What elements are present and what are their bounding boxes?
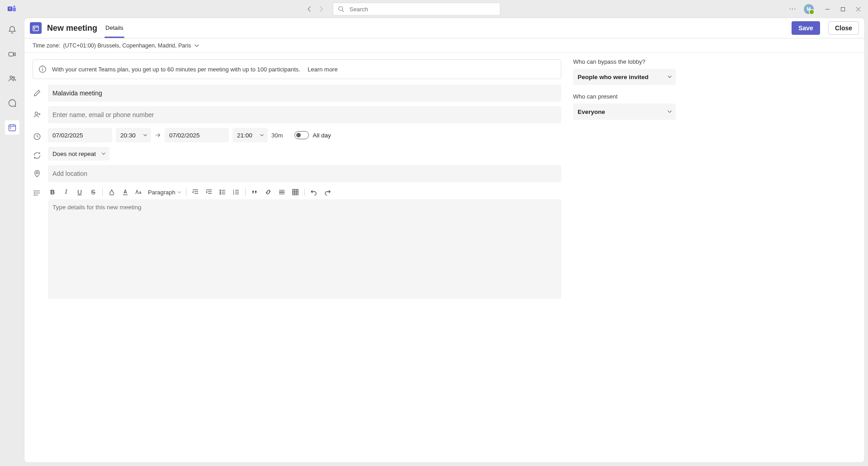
nav-back-icon[interactable] <box>307 6 312 12</box>
page-header: New meeting Details Save Close <box>24 18 864 38</box>
close-button[interactable]: Close <box>828 21 859 35</box>
quote-button[interactable] <box>250 188 259 197</box>
avatar[interactable]: M <box>804 4 814 14</box>
start-date-input[interactable] <box>48 128 112 142</box>
link-button[interactable] <box>264 188 273 197</box>
description-icon <box>33 188 42 198</box>
search-icon <box>338 6 344 12</box>
meeting-options-sidebar: Who can bypass the lobby? People who wer… <box>569 53 696 462</box>
toolbar-separator <box>186 188 186 196</box>
bold-button[interactable]: B <box>48 188 57 197</box>
rail-community[interactable] <box>5 71 19 86</box>
timezone-value: (UTC+01:00) Brussels, Copenhagen, Madrid… <box>63 42 191 49</box>
rail-chat[interactable] <box>5 96 19 110</box>
app-rail <box>0 18 24 466</box>
lobby-label: Who can bypass the lobby? <box>573 58 676 65</box>
timezone-prefix: Time zone: <box>33 42 60 49</box>
toolbar-separator <box>102 188 103 196</box>
paragraph-style-select[interactable]: Paragraph <box>148 189 181 196</box>
arrow-right-icon <box>155 132 161 138</box>
timezone-bar[interactable]: Time zone: (UTC+01:00) Brussels, Copenha… <box>24 38 864 53</box>
svg-point-48 <box>220 193 221 194</box>
font-color-button[interactable] <box>121 188 130 197</box>
all-day-toggle[interactable] <box>294 131 309 139</box>
svg-rect-20 <box>33 26 38 31</box>
location-input[interactable] <box>48 165 561 182</box>
redo-button[interactable] <box>323 188 332 197</box>
rail-activity[interactable] <box>5 23 19 37</box>
svg-point-35 <box>34 193 34 193</box>
chevron-down-icon <box>177 190 181 194</box>
search-box[interactable] <box>333 3 500 15</box>
end-time-select[interactable]: 21:00 <box>232 128 268 142</box>
svg-point-30 <box>36 172 38 174</box>
rail-video[interactable] <box>5 47 19 61</box>
svg-point-6 <box>792 9 793 9</box>
svg-rect-19 <box>10 127 11 129</box>
svg-rect-9 <box>841 7 844 11</box>
form-column: With your current Teams plan, you get up… <box>24 53 569 462</box>
italic-button[interactable]: I <box>62 188 71 197</box>
calendar-badge-icon <box>30 22 42 34</box>
svg-point-24 <box>42 67 43 68</box>
search-input[interactable] <box>350 6 495 13</box>
svg-point-26 <box>35 112 38 115</box>
recurrence-icon <box>33 151 42 160</box>
svg-point-14 <box>13 77 14 79</box>
numbered-list-button[interactable]: 123 <box>232 188 241 197</box>
attendees-input[interactable] <box>48 106 561 123</box>
end-date-input[interactable] <box>165 128 229 142</box>
bullet-list-button[interactable] <box>218 188 227 197</box>
toolbar-separator <box>245 188 246 196</box>
strike-button[interactable]: S <box>89 188 98 197</box>
pencil-icon <box>33 89 42 98</box>
table-button[interactable] <box>291 188 300 197</box>
font-size-button[interactable] <box>134 188 143 197</box>
description-editor[interactable]: Type details for this new meeting <box>48 199 561 299</box>
clock-icon <box>33 132 42 141</box>
svg-rect-15 <box>9 125 16 131</box>
titlebar: T M <box>0 0 868 18</box>
undo-button[interactable] <box>309 188 318 197</box>
svg-point-13 <box>10 76 12 78</box>
svg-text:T: T <box>9 7 11 11</box>
start-time-select[interactable]: 20:30 <box>116 128 151 142</box>
teams-app-icon: T <box>7 4 17 14</box>
window-maximize-icon[interactable] <box>840 6 845 12</box>
svg-rect-12 <box>9 52 14 56</box>
rail-calendar[interactable] <box>5 120 19 135</box>
lobby-bypass-select[interactable]: People who were invited <box>573 69 676 85</box>
svg-point-34 <box>34 191 34 191</box>
svg-text:3: 3 <box>233 193 234 195</box>
window-minimize-icon[interactable] <box>825 6 830 12</box>
info-icon <box>38 65 47 73</box>
tab-details[interactable]: Details <box>104 24 124 32</box>
main-panel: New meeting Details Save Close Time zone… <box>24 18 864 462</box>
meeting-title-input[interactable] <box>48 85 561 102</box>
all-day-label: All day <box>313 132 331 139</box>
nav-forward-icon[interactable] <box>318 6 324 12</box>
svg-rect-22 <box>34 28 35 29</box>
svg-point-7 <box>794 9 795 9</box>
banner-learn-more-link[interactable]: Learn more <box>308 66 337 73</box>
hr-button[interactable] <box>277 188 286 197</box>
underline-button[interactable]: U <box>75 188 84 197</box>
who-can-present-select[interactable]: Everyone <box>573 104 676 120</box>
svg-rect-61 <box>293 189 298 195</box>
svg-point-46 <box>220 190 221 191</box>
more-icon[interactable] <box>789 6 796 12</box>
banner-text: With your current Teams plan, you get up… <box>52 66 300 73</box>
indent-increase-button[interactable] <box>204 188 213 197</box>
toolbar-separator <box>304 188 305 196</box>
svg-point-2 <box>13 5 15 8</box>
window-close-icon[interactable] <box>855 6 861 12</box>
indent-decrease-button[interactable] <box>191 188 200 197</box>
svg-point-47 <box>220 192 221 193</box>
chevron-down-icon <box>667 75 672 80</box>
present-label: Who can present <box>573 93 676 100</box>
save-button[interactable]: Save <box>792 21 820 35</box>
svg-line-4 <box>342 10 343 12</box>
recurrence-select[interactable]: Does not repeat <box>48 147 109 160</box>
highlight-button[interactable] <box>107 188 116 197</box>
svg-point-36 <box>34 195 34 195</box>
